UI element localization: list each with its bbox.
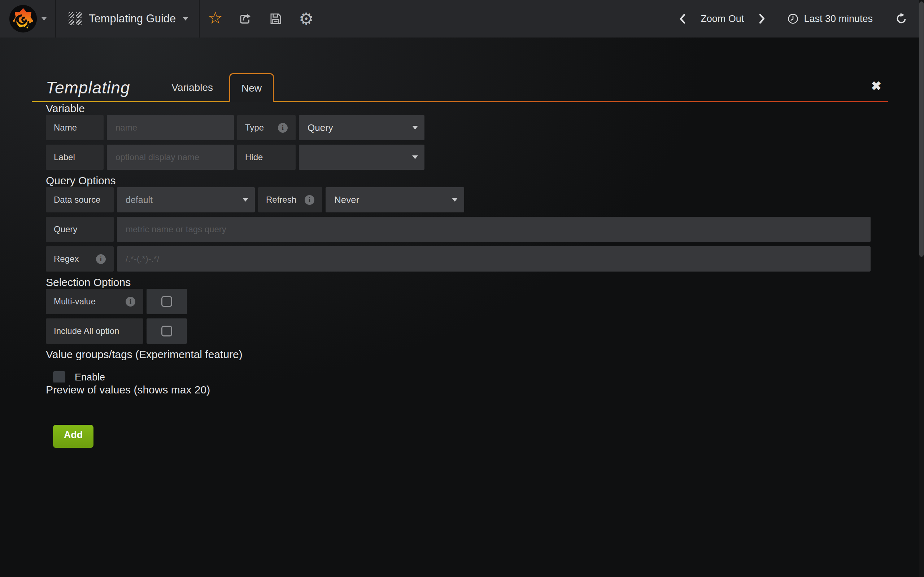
- info-icon[interactable]: i: [278, 123, 288, 133]
- name-label: Name: [46, 115, 103, 140]
- regex-row: Regex i: [46, 246, 888, 272]
- clock-icon: [787, 13, 799, 24]
- zoom-out-button[interactable]: Zoom Out: [695, 0, 750, 37]
- value-groups-section: Value groups/tags (Experimental feature)…: [46, 348, 888, 384]
- caret-down-icon: [412, 155, 418, 159]
- grafana-menu-button[interactable]: [0, 0, 56, 37]
- navbar: Templating Guide ☆ ⚙: [0, 0, 924, 37]
- time-range-picker[interactable]: Last 30 minutes: [782, 0, 879, 37]
- tab-variables[interactable]: Variables: [155, 73, 229, 102]
- tab-new[interactable]: New: [229, 73, 274, 102]
- time-controls: Zoom Out Last 30 minutes: [672, 0, 924, 37]
- variable-name-row: Name Type i Query: [46, 115, 888, 140]
- checkbox-icon: [162, 296, 172, 307]
- query-input[interactable]: [117, 217, 871, 242]
- save-button[interactable]: [261, 0, 291, 37]
- refresh-select[interactable]: Never: [326, 187, 464, 213]
- settings-button[interactable]: ⚙: [291, 0, 321, 37]
- enable-row: Enable: [53, 371, 888, 384]
- preview-section: Preview of values (shows max 20) Add: [46, 384, 888, 448]
- multi-value-checkbox[interactable]: [147, 289, 187, 314]
- regex-label: Regex i: [46, 246, 114, 272]
- regex-input[interactable]: [117, 246, 871, 272]
- zoom-out-prev-button[interactable]: [672, 0, 693, 37]
- variable-label-row: Label Hide: [46, 145, 888, 170]
- info-icon[interactable]: i: [126, 297, 135, 306]
- caret-down-icon: [42, 17, 47, 21]
- type-label: Type i: [237, 115, 296, 140]
- refresh-select-value: Never: [334, 194, 359, 206]
- data-source-select-value: default: [126, 195, 153, 205]
- gear-icon: ⚙: [299, 10, 313, 27]
- favorite-button[interactable]: ☆: [200, 0, 230, 37]
- preview-heading: Preview of values (shows max 20): [46, 384, 888, 396]
- selection-options-section: Selection Options Multi-value i Include …: [46, 276, 888, 344]
- dashboard-title-button[interactable]: Templating Guide: [56, 0, 200, 37]
- name-input[interactable]: [107, 115, 234, 140]
- templating-editor: Templating Variables New ✖ Variable Name…: [0, 73, 924, 448]
- info-icon[interactable]: i: [305, 195, 314, 205]
- enable-checkbox[interactable]: [53, 371, 65, 384]
- enable-label: Enable: [75, 372, 105, 383]
- refresh-icon: [895, 13, 908, 25]
- label-input[interactable]: [107, 145, 234, 170]
- editor-header: Templating Variables New ✖: [32, 73, 888, 102]
- zoom-out-next-button[interactable]: [752, 0, 772, 37]
- caret-down-icon: [452, 198, 458, 201]
- dashboard-grid-icon: [69, 12, 82, 25]
- label-label: Label: [46, 145, 103, 170]
- grafana-logo-icon: [9, 5, 37, 33]
- checkbox-icon: [162, 326, 172, 337]
- star-icon: ☆: [208, 10, 223, 26]
- scrollbar-track[interactable]: [919, 0, 924, 577]
- refresh-label: Refresh i: [258, 187, 322, 213]
- query-options-heading: Query Options: [46, 174, 888, 187]
- hide-select[interactable]: [299, 145, 425, 170]
- query-options-section: Query Options Data source default Refres…: [46, 174, 888, 272]
- caret-down-icon: [412, 126, 418, 129]
- navbar-spacer: [321, 0, 672, 37]
- time-range-label: Last 30 minutes: [804, 13, 873, 24]
- chevron-left-icon: [678, 13, 687, 24]
- type-select[interactable]: Query: [299, 115, 425, 140]
- dashboard-actions: ☆ ⚙: [200, 0, 321, 37]
- editor-tabs: Variables New: [155, 73, 274, 102]
- scrollbar-thumb[interactable]: [919, 2, 924, 257]
- multi-value-label: Multi-value i: [46, 289, 143, 314]
- include-all-checkbox[interactable]: [147, 318, 187, 344]
- add-button[interactable]: Add: [53, 425, 94, 448]
- refresh-button[interactable]: [889, 0, 908, 37]
- query-row: Query: [46, 217, 888, 242]
- include-all-label: Include All option: [46, 318, 143, 344]
- info-icon[interactable]: i: [96, 254, 106, 264]
- share-icon: [239, 12, 252, 26]
- save-icon: [269, 12, 283, 26]
- query-label: Query: [46, 217, 114, 242]
- hide-label: Hide: [237, 145, 296, 170]
- dashboard-title: Templating Guide: [89, 12, 176, 25]
- data-source-select[interactable]: default: [117, 187, 255, 213]
- variable-section: Variable Name Type i Query Label Hide: [46, 102, 888, 170]
- page-title: Templating: [46, 78, 130, 97]
- datasource-row: Data source default Refresh i Never: [46, 187, 888, 213]
- data-source-label: Data source: [46, 187, 114, 213]
- share-button[interactable]: [230, 0, 261, 37]
- value-groups-heading: Value groups/tags (Experimental feature): [46, 348, 888, 361]
- chevron-right-icon: [758, 13, 766, 24]
- type-select-value: Query: [307, 122, 333, 134]
- selection-options-heading: Selection Options: [46, 276, 888, 289]
- multi-value-row: Multi-value i: [46, 289, 888, 314]
- include-all-row: Include All option: [46, 318, 888, 344]
- zoom-out-label: Zoom Out: [701, 13, 744, 24]
- close-icon[interactable]: ✖: [871, 79, 882, 93]
- caret-down-icon: [183, 17, 188, 21]
- caret-down-icon: [242, 198, 248, 201]
- variable-heading: Variable: [46, 102, 888, 115]
